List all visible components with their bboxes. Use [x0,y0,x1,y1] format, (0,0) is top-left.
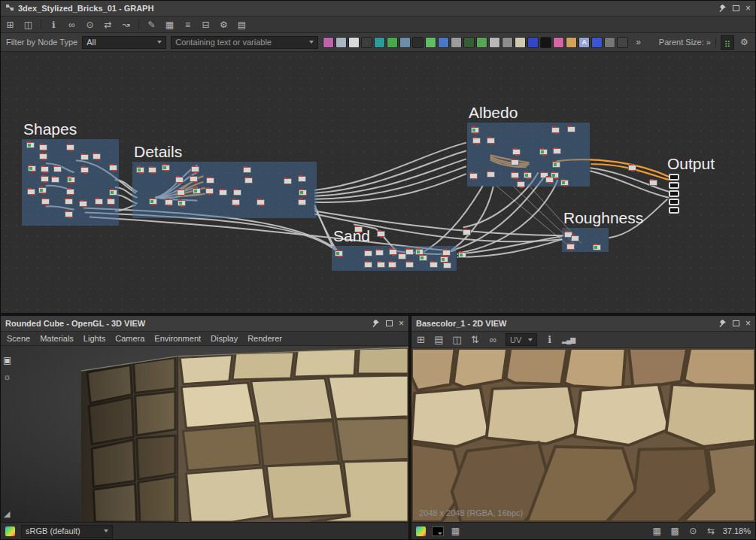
graph-node[interactable] [364,262,372,268]
blend-icon[interactable] [335,37,347,48]
blur-icon[interactable] [361,37,372,48]
graph-node[interactable] [38,187,47,193]
graph-node[interactable] [41,166,49,172]
gradient-map-icon[interactable] [399,37,411,48]
graph-node[interactable] [593,244,601,250]
graph-node[interactable] [375,250,384,256]
levels-icon[interactable] [348,37,360,48]
graph-node[interactable] [354,226,363,232]
graph-node[interactable] [175,177,184,183]
graph-node[interactable] [28,165,36,171]
graph-canvas[interactable]: ShapesDetailsAlbedoSandRoughnessOutput [1,52,755,313]
graph-node[interactable] [107,199,115,205]
histogram-icon[interactable]: ▂▄▆ [562,336,575,344]
search-input[interactable]: Containing text or variable [171,36,318,49]
info-icon[interactable]: ℹ [48,20,59,29]
graph-node[interactable] [405,262,414,268]
graph-node[interactable] [109,165,117,171]
settings-icon[interactable]: ⚙ [218,20,229,29]
zoom-icon[interactable]: ⊙ [84,20,96,29]
graph-node[interactable] [80,167,89,173]
pin-icon[interactable] [371,319,380,328]
copy-icon[interactable]: ◫ [451,335,463,344]
graph-node[interactable] [440,256,448,262]
light-icon[interactable]: ☼ [3,372,11,382]
close-icon[interactable]: × [399,319,404,328]
graph-node[interactable] [551,127,560,133]
view2d-viewport[interactable]: 2048 x 2048 (RGBA, 16bpc) [411,348,755,522]
graph-node[interactable] [471,127,479,133]
output-node[interactable] [669,182,679,189]
graph-node[interactable] [53,166,62,172]
graph-node[interactable] [442,250,451,256]
graph-node[interactable] [545,177,554,183]
menu-materials[interactable]: Materials [40,334,74,343]
background-color-picker[interactable] [432,526,444,536]
menu-camera[interactable]: Camera [115,334,144,343]
graph-node[interactable] [364,250,372,256]
graph-node[interactable] [566,244,575,250]
frame-icon[interactable]: ▤ [236,20,247,29]
graph-node[interactable] [524,172,532,178]
curve-icon[interactable] [425,37,436,48]
graph-node[interactable] [136,167,144,173]
graph-node[interactable] [649,180,657,186]
graph-node[interactable] [243,167,251,173]
graph-node[interactable] [65,211,73,217]
export-icon[interactable]: ⇅ [469,335,481,344]
graph-node[interactable] [552,162,560,168]
graph-node[interactable] [463,229,471,235]
graph-settings-icon[interactable]: ⚙ [739,38,750,47]
uniform-color-icon[interactable] [323,37,334,48]
palette-overflow-icon[interactable]: » [633,38,644,47]
graph-node[interactable] [517,181,525,187]
graph-node[interactable] [539,149,548,155]
mirror-icon[interactable] [463,37,475,48]
output-node[interactable] [669,174,679,181]
new-view-icon[interactable]: ⊞ [415,335,427,344]
graph-node[interactable] [66,189,74,195]
graph-node[interactable] [419,255,427,261]
pin-icon[interactable] [718,319,727,328]
graph-node[interactable] [165,199,173,205]
graph-node[interactable] [458,252,466,258]
snapshot-icon[interactable]: ⊙ [688,526,699,535]
link-icon[interactable]: ∞ [66,20,77,29]
graph-node[interactable] [41,199,50,205]
graph-node[interactable] [298,176,306,182]
graph-node[interactable] [443,262,451,268]
graph-node[interactable] [469,173,478,179]
colorspace-select[interactable]: sRGB (default) [21,525,113,538]
graph-node[interactable] [27,189,35,195]
graph-node[interactable] [553,148,561,154]
collapse-icon[interactable]: ⊟ [200,20,211,29]
menu-scene[interactable]: Scene [7,334,30,343]
graph-node[interactable] [39,153,47,159]
transform-icon[interactable] [451,37,462,48]
graph-node[interactable] [560,180,569,186]
graph-node[interactable] [232,199,240,205]
grid-icon[interactable]: ▦ [450,526,461,535]
output-node[interactable] [669,207,679,214]
value-processor-icon[interactable] [617,37,628,48]
graph-node[interactable] [487,138,495,144]
warp-icon[interactable] [489,37,500,48]
menu-display[interactable]: Display [211,334,238,343]
spline-connection-icon[interactable]: ↝ [120,20,132,29]
graph-node[interactable] [205,188,214,194]
graph-node[interactable] [567,126,575,132]
expose-parameters-icon[interactable]: ⣶ [721,35,734,50]
bitmap-icon[interactable] [566,37,577,48]
grayscale-icon[interactable] [412,37,424,48]
graph-node[interactable] [257,199,265,205]
expand-panel-icon[interactable]: ◢ [4,509,10,519]
graph-node[interactable] [298,199,306,205]
output-node[interactable] [669,199,679,205]
fit-icon[interactable]: ⇆ [706,526,717,535]
symmetry-icon[interactable] [476,37,487,48]
grid-snap-icon[interactable]: ▦ [164,20,175,29]
graph-node[interactable] [79,201,87,207]
menu-renderer[interactable]: Renderer [247,334,282,343]
directional-warp-icon[interactable] [502,37,513,48]
hsl-icon[interactable] [387,37,398,48]
